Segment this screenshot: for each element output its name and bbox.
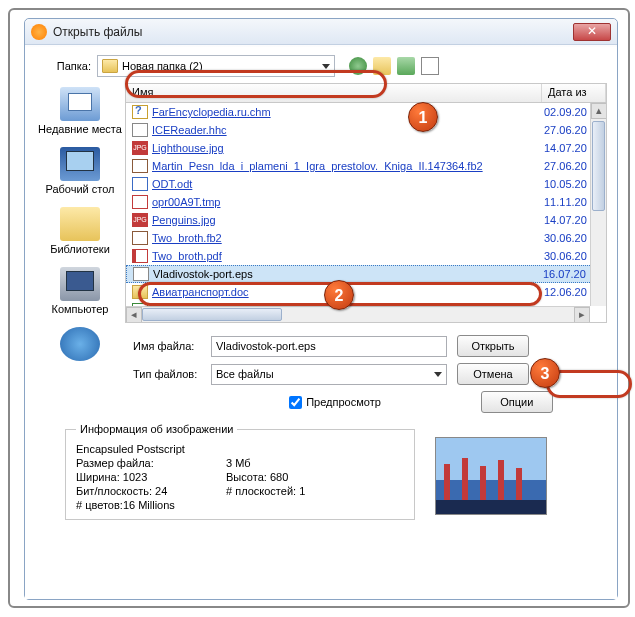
place-icon [60,87,100,121]
filename-label: Имя файла: [125,340,211,352]
file-icon [132,177,148,191]
file-name: Two_broth.pdf [152,250,544,262]
file-row[interactable]: Авиатранспорт.doc12.06.20 [126,283,606,301]
place-label: Недавние места [35,123,125,135]
open-file-dialog: Открыть файлы ✕ Папка: Новая папка (2) Н… [24,18,618,600]
file-row[interactable]: opr00A9T.tmp11.11.20 [126,193,606,211]
filetype-combo[interactable]: Все файлы [211,364,447,385]
info-height-value: 680 [270,471,288,483]
file-icon [132,159,148,173]
file-icon [132,105,148,119]
file-row[interactable]: Two_broth.fb230.06.20 [126,229,606,247]
file-icon [132,231,148,245]
preview-thumbnail [435,437,547,515]
file-icon [132,123,148,137]
titlebar: Открыть файлы ✕ [25,19,617,45]
image-info-box: Информация об изображении Encapsuled Pos… [65,423,415,520]
file-icon [132,249,148,263]
file-name: ICEReader.hhc [152,124,544,136]
view-mode-icon[interactable] [421,57,439,75]
scroll-right-icon[interactable]: ▸ [574,307,590,323]
info-colors-value: 16 Millions [123,499,175,511]
folder-label: Папка: [35,60,97,72]
file-row[interactable]: ODT.odt10.05.20 [126,175,606,193]
chevron-down-icon [322,64,330,69]
info-width-value: 1023 [123,471,147,483]
file-row[interactable]: Vladivostok-port.eps16.07.20 [126,265,606,283]
file-name: Martin_Pesn_lda_i_plameni_1_Igra_prestol… [152,160,544,172]
file-row[interactable]: JPGPenguins.jpg14.07.20 [126,211,606,229]
column-date[interactable]: Дата из [542,84,606,102]
file-row[interactable]: Martin_Pesn_lda_i_plameni_1_Igra_prestol… [126,157,606,175]
place-icon [60,147,100,181]
file-name: Two_broth.fb2 [152,232,544,244]
place-item[interactable] [35,327,125,361]
file-name: Авиатранспорт.doc [152,286,544,298]
file-name: Lighthouse.jpg [152,142,544,154]
info-size-value: 3 Мб [226,457,251,469]
cancel-button[interactable]: Отмена [457,363,529,385]
file-row[interactable]: JPGLighthouse.jpg14.07.20 [126,139,606,157]
file-icon [132,285,148,299]
close-button[interactable]: ✕ [573,23,611,41]
file-icon [132,195,148,209]
open-button[interactable]: Открыть [457,335,529,357]
place-item[interactable]: Недавние места [35,87,125,135]
info-size-label: Размер файла: [76,457,216,469]
scroll-left-icon[interactable]: ◂ [126,307,142,323]
place-item[interactable]: Библиотеки [35,207,125,255]
folder-icon [102,59,118,73]
file-name: opr00A9T.tmp [152,196,544,208]
place-item[interactable]: Компьютер [35,267,125,315]
hscroll-thumb[interactable] [142,308,282,321]
horizontal-scrollbar[interactable]: ◂ ▸ [126,306,590,322]
info-planes-value: 1 [299,485,305,497]
info-planes-label: # плоскостей: [226,485,296,497]
info-height-label: Высота: [226,471,267,483]
filename-input[interactable] [211,336,447,357]
options-button[interactable]: Опции [481,391,553,413]
filetype-value: Все файлы [216,368,434,380]
vertical-scrollbar[interactable]: ▴ [590,103,606,306]
place-label: Рабочий стол [35,183,125,195]
info-bpp-label: Бит/плоскость: [76,485,152,497]
place-label: Компьютер [35,303,125,315]
info-colors-label: # цветов: [76,499,123,511]
file-name: Без имени 1.odt [152,322,544,323]
info-format: Encapsuled Postscript [76,443,216,455]
new-folder-icon[interactable] [397,57,415,75]
place-icon [60,207,100,241]
file-name: Penguins.jpg [152,214,544,226]
up-folder-icon[interactable] [373,57,391,75]
file-icon: JPG [132,213,148,227]
preview-label: Предпросмотр [306,396,381,408]
file-list-header[interactable]: Имя Дата из [125,83,607,103]
chevron-down-icon [434,372,442,377]
info-bpp-value: 24 [155,485,167,497]
back-icon[interactable] [349,57,367,75]
file-name: Vladivostok-port.eps [153,268,543,280]
file-date: 17.06.20 [544,322,600,323]
file-name: ODT.odt [152,178,544,190]
scroll-thumb[interactable] [592,121,605,211]
app-icon [31,24,47,40]
file-row[interactable]: ICEReader.hhc27.06.20 [126,121,606,139]
file-icon [133,267,149,281]
places-bar: Недавние местаРабочий столБиблиотекиКомп… [35,83,125,417]
place-label: Библиотеки [35,243,125,255]
scroll-up-icon[interactable]: ▴ [591,103,607,119]
place-item[interactable]: Рабочий стол [35,147,125,195]
preview-checkbox[interactable] [289,396,302,409]
file-icon: JPG [132,141,148,155]
place-icon [60,327,100,361]
folder-combo[interactable]: Новая папка (2) [97,55,335,77]
file-row[interactable]: Two_broth.pdf30.06.20 [126,247,606,265]
folder-name: Новая папка (2) [122,60,322,72]
filetype-label: Тип файлов: [125,368,211,380]
window-title: Открыть файлы [53,25,573,39]
file-row[interactable]: FarEncyclopedia.ru.chm02.09.20 [126,103,606,121]
info-width-label: Ширина: [76,471,120,483]
file-name: FarEncyclopedia.ru.chm [152,106,544,118]
file-list[interactable]: FarEncyclopedia.ru.chm02.09.20ICEReader.… [125,103,607,323]
column-name[interactable]: Имя [126,84,542,102]
